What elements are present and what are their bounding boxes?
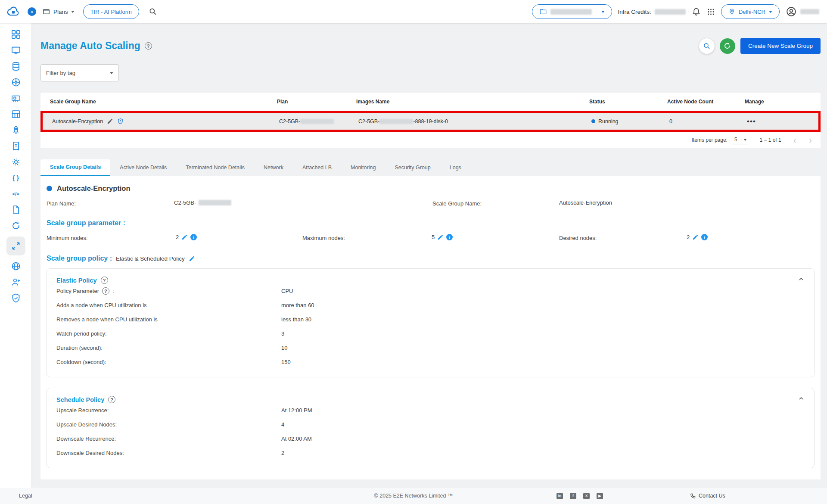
project-selector-dropdown[interactable] (532, 4, 612, 19)
globe-icon[interactable] (11, 261, 21, 271)
create-scale-group-button[interactable]: Create New Scale Group (740, 38, 821, 54)
region-selector-dropdown[interactable]: Delhi-NCR (721, 4, 780, 19)
policy-row: Watch period policy: 3 (56, 327, 805, 341)
col-manage: Manage (745, 99, 821, 105)
infra-credits-label: Infra Credits: (618, 9, 651, 15)
minimum-nodes-label: Minimum nodes: (47, 235, 87, 241)
legal-link[interactable]: Legal (19, 493, 32, 499)
elastic-policy-help-icon[interactable]: ? (101, 277, 108, 284)
scale-group-details-panel: Autoscale-Encryption Plan Name: C2-5GB- … (40, 176, 821, 479)
scale-group-name-value: Autoscale-Encryption (559, 199, 612, 206)
table-search-button[interactable] (699, 38, 715, 54)
region-label: Delhi-NCR (739, 9, 765, 15)
contact-us-label: Contact Us (699, 493, 725, 499)
schedule-policy-card: Schedule Policy ? Upscale Recurrence: At… (47, 388, 815, 468)
edit-policy-icon[interactable] (189, 255, 195, 262)
copyright-text: © 2025 E2E Networks Limited ™ (374, 493, 453, 499)
compute-icon[interactable] (11, 45, 21, 56)
collapse-elastic-policy-icon[interactable] (798, 276, 805, 283)
add-user-icon[interactable] (11, 277, 21, 287)
previous-page-icon[interactable]: ‹ (793, 135, 796, 145)
filter-label: Filter by tag (46, 70, 75, 76)
chevron-down-icon (743, 139, 747, 141)
expand-sidebar-icon[interactable]: » (28, 7, 36, 16)
edit-min-nodes-icon[interactable] (181, 234, 188, 240)
tab-security-group[interactable]: Security Group (385, 159, 440, 176)
redacted-project-name (550, 9, 592, 15)
encryption-shield-icon[interactable] (117, 118, 124, 124)
dashboard-icon[interactable] (11, 29, 21, 40)
page-help-icon[interactable]: ? (145, 42, 152, 50)
collapse-schedule-policy-icon[interactable] (798, 395, 805, 402)
database-icon[interactable] (11, 61, 21, 72)
code-icon[interactable]: </> (11, 189, 21, 199)
maximum-nodes-value: 5 i (432, 234, 453, 240)
tab-attached-lb[interactable]: Attached LB (293, 159, 341, 176)
contact-us-link[interactable]: Contact Us (690, 493, 725, 499)
refresh-icon (723, 42, 731, 50)
left-nav-sidebar: { } </> (0, 23, 31, 504)
minimum-nodes-value: 2 i (176, 234, 197, 240)
apps-grid-icon[interactable] (707, 8, 715, 16)
e2e-cloud-logo[interactable] (5, 5, 22, 18)
main-content: Manage Auto Scaling ? Create New Scale G… (31, 23, 827, 488)
row-plan: C2-5GB- (279, 118, 358, 124)
account-menu[interactable] (786, 6, 819, 17)
policy-row: Upscale Recurrence: At 12:00 PM (56, 403, 805, 417)
items-per-page-select[interactable]: 5 (732, 136, 748, 144)
grid-icon[interactable] (11, 109, 21, 119)
notifications-bell-icon[interactable] (692, 7, 701, 16)
policy-row: Downscale Recurrence: At 02:00 AM (56, 432, 805, 446)
next-page-icon[interactable]: › (809, 135, 812, 145)
tir-platform-button[interactable]: TIR - AI Platform (83, 4, 139, 19)
linkedin-icon[interactable]: in (557, 493, 563, 499)
plans-label: Plans (53, 9, 68, 15)
schedule-policy-help-icon[interactable]: ? (108, 396, 115, 403)
policy-parameter-help-icon[interactable]: ? (102, 287, 109, 295)
phone-icon (690, 493, 696, 499)
location-pin-icon (728, 8, 735, 15)
schedule-policy-title: Schedule Policy (56, 396, 104, 403)
chevron-down-icon (769, 11, 772, 13)
refresh-button[interactable] (720, 38, 735, 54)
security-icon[interactable] (11, 293, 21, 303)
edit-desired-nodes-icon[interactable] (692, 234, 699, 240)
document-icon[interactable] (11, 205, 21, 215)
settings-icon[interactable] (11, 157, 21, 167)
edit-max-nodes-icon[interactable] (437, 234, 444, 240)
braces-icon[interactable]: { } (11, 173, 21, 183)
plans-menu[interactable]: Plans (42, 8, 75, 16)
billing-icon[interactable] (11, 141, 21, 151)
facebook-icon[interactable]: f (570, 493, 576, 499)
items-per-page-value: 5 (734, 137, 737, 143)
sync-icon[interactable] (11, 221, 21, 231)
filter-by-tag-dropdown[interactable]: Filter by tag (40, 64, 119, 81)
table-row[interactable]: Autoscale-Encryption C2-5GB- C2-5GB--888… (43, 113, 818, 130)
x-icon[interactable]: X (583, 493, 590, 499)
row-image-name: C2-5GB--888-19-disk-0 (358, 118, 591, 124)
tab-network[interactable]: Network (254, 159, 293, 176)
kubernetes-icon[interactable] (11, 77, 21, 87)
detail-tabs: Scale Group Details Active Node Details … (40, 159, 821, 176)
desired-nodes-info-icon[interactable]: i (701, 234, 708, 240)
global-search-icon[interactable] (149, 7, 157, 16)
desired-nodes-value: 2 i (687, 234, 708, 240)
max-nodes-info-icon[interactable]: i (446, 234, 453, 240)
tab-scale-group-details[interactable]: Scale Group Details (40, 159, 110, 176)
infra-credits: Infra Credits: (618, 9, 686, 15)
tab-monitoring[interactable]: Monitoring (341, 159, 385, 176)
tab-terminated-node-details[interactable]: Terminated Node Details (176, 159, 254, 176)
policy-row: Duration (second): 10 (56, 341, 805, 355)
more-options-icon[interactable]: ••• (747, 119, 818, 124)
tab-logs[interactable]: Logs (440, 159, 471, 176)
sidebar-item-autoscaling-active[interactable] (6, 236, 25, 255)
min-nodes-info-icon[interactable]: i (190, 234, 197, 240)
edit-name-icon[interactable] (107, 118, 113, 124)
gpu-icon[interactable] (11, 93, 21, 103)
youtube-icon[interactable]: ▶ (597, 493, 603, 499)
policy-row: Removes a node when CPU utilization is l… (56, 312, 805, 327)
scale-group-name-label: Scale Group Name: (432, 200, 482, 207)
tab-active-node-details[interactable]: Active Node Details (110, 159, 176, 176)
rocket-icon[interactable] (11, 125, 21, 135)
col-scale-group-name: Scale Group Name (50, 99, 277, 105)
